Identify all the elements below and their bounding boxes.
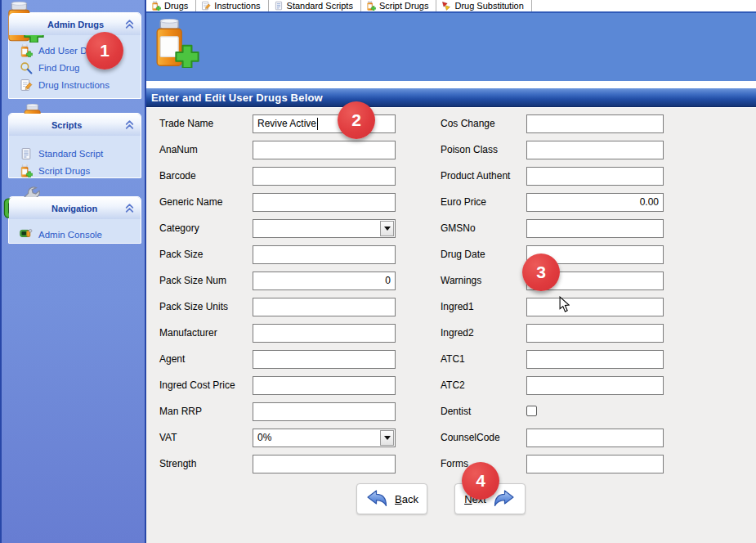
manufacturer-input[interactable] xyxy=(253,324,396,343)
field-label-pack-size-num: Pack Size Num xyxy=(159,275,226,286)
counselcode-input[interactable] xyxy=(526,429,664,447)
ingred-cost-price-input[interactable] xyxy=(253,376,396,395)
field-label-vat: VAT xyxy=(159,432,177,443)
tab-script-drugs[interactable]: Script Drugs xyxy=(361,0,437,11)
field-label-dentist: Dentist xyxy=(441,406,471,417)
agent-input[interactable] xyxy=(253,350,396,369)
man-rrp-input[interactable] xyxy=(253,402,396,421)
field-label-barcode: Barcode xyxy=(159,170,196,182)
barcode-input[interactable] xyxy=(253,167,396,186)
tab-label: Standard Scripts xyxy=(287,1,353,11)
sidebar-item-drug-instructions[interactable]: Drug Instructions xyxy=(9,76,141,93)
category-select[interactable] xyxy=(253,219,396,238)
field-label-ingred-cost-price: Ingred Cost Price xyxy=(159,379,235,391)
main-area: DrugsInstructionsStandard ScriptsScript … xyxy=(146,0,756,543)
pill-bottle-add-icon xyxy=(20,164,33,177)
sidebar-panel-scripts: ScriptsStandard ScriptScript Drugs xyxy=(8,113,141,178)
field-value: 0.00 xyxy=(640,194,659,211)
form-title-bar: Enter and Edit User Drugs Below xyxy=(146,88,756,107)
tab-drug-substitution[interactable]: Drug Substitution xyxy=(436,0,531,11)
field-label-ingred1: Ingred1 xyxy=(441,301,474,312)
back-button[interactable]: Back xyxy=(356,483,427,514)
sidebar-panel-title: Admin Drugs xyxy=(47,20,104,29)
form-region: Trade NameRevive ActiveAnaNumBarcodeGene… xyxy=(146,108,756,543)
arrow-back-icon xyxy=(365,490,388,508)
field-label-pack-size-units: Pack Size Units xyxy=(159,301,228,312)
doc-pencil-icon xyxy=(20,79,33,92)
field-label-atc2: ATC2 xyxy=(441,379,465,391)
field-label-poison-class: Poison Class xyxy=(441,144,498,155)
atc1-input[interactable] xyxy=(526,350,664,369)
product-authent-input[interactable] xyxy=(526,167,664,186)
annotation-badge-1: 1 xyxy=(86,32,123,70)
tab-drugs[interactable]: Drugs xyxy=(146,0,196,11)
vat-select[interactable]: 0% xyxy=(253,429,396,447)
tab-instructions[interactable]: Instructions xyxy=(196,0,268,11)
field-value: Revive Active xyxy=(257,115,316,132)
sidebar-panel-title: Navigation xyxy=(51,204,97,213)
gmsno-input[interactable] xyxy=(526,219,664,238)
cos-change-input[interactable] xyxy=(526,114,664,133)
sidebar-item-script-drugs[interactable]: Script Drugs xyxy=(9,162,141,179)
ananum-input[interactable] xyxy=(253,141,396,159)
sidebar-item-label: Admin Console xyxy=(38,230,102,240)
poison-class-input[interactable] xyxy=(526,141,664,159)
tab-label: Instructions xyxy=(214,1,260,11)
generic-name-input[interactable] xyxy=(253,193,396,212)
sidebar-item-label: Find Drug xyxy=(38,63,80,73)
field-label-man-rrp: Man RRP xyxy=(159,406,202,417)
arrow-next-icon xyxy=(493,490,516,508)
field-label-agent: Agent xyxy=(159,353,185,365)
sidebar-panel-header[interactable]: Scripts xyxy=(9,114,141,136)
field-label-drug-date: Drug Date xyxy=(441,249,485,260)
field-label-pack-size: Pack Size xyxy=(159,249,203,260)
tab-standard-scripts[interactable]: Standard Scripts xyxy=(269,0,361,11)
sidebar-item-admin-console[interactable]: Admin Console xyxy=(9,226,141,243)
substitution-arrows-icon xyxy=(441,1,451,11)
field-label-generic-name: Generic Name xyxy=(159,196,222,208)
dentist-checkbox[interactable] xyxy=(526,406,537,416)
sidebar: Admin DrugsAdd User DrugFind DrugDrug In… xyxy=(0,0,146,543)
pack-size-units-input[interactable] xyxy=(253,298,396,316)
ingred2-input[interactable] xyxy=(526,324,664,343)
strength-input[interactable] xyxy=(253,455,396,473)
field-label-cos-change: Cos Change xyxy=(441,118,495,129)
page-title: Enter and Edit User Drugs Below xyxy=(151,92,323,104)
euro-price-input[interactable]: 0.00 xyxy=(526,193,664,212)
sidebar-item-label: Drug Instructions xyxy=(38,80,110,90)
tab-label: Drug Substitution xyxy=(454,1,523,11)
field-label-ananum: AnaNum xyxy=(159,144,198,155)
field-label-manufacturer: Manufacturer xyxy=(159,327,217,339)
sidebar-panel-navigation: NavigationAdmin Console xyxy=(8,196,141,244)
field-label-strength: Strength xyxy=(159,458,196,469)
field-label-product-authent: Product Authent xyxy=(441,170,510,182)
chevron-double-up-icon[interactable] xyxy=(124,119,135,130)
sidebar-panel-title: Scripts xyxy=(51,120,82,130)
tab-label: Script Drugs xyxy=(379,1,429,11)
forms-input[interactable] xyxy=(526,455,664,473)
pill-bottle-add-icon xyxy=(150,19,199,78)
atc2-input[interactable] xyxy=(526,376,664,395)
field-label-ingred2: Ingred2 xyxy=(441,327,474,339)
sidebar-item-standard-script[interactable]: Standard Script xyxy=(9,145,141,162)
sidebar-item-label: Standard Script xyxy=(38,149,103,159)
chevron-down-icon[interactable] xyxy=(380,221,394,236)
field-label-gmsno: GMSNo xyxy=(441,222,476,234)
sidebar-panel-header[interactable]: Admin Drugs xyxy=(9,13,141,35)
tab-label: Drugs xyxy=(164,1,188,11)
pack-size-num-input[interactable]: 0 xyxy=(253,272,396,290)
field-value: 0 xyxy=(385,272,391,289)
sidebar-item-find-drug[interactable]: Find Drug xyxy=(9,59,141,76)
annotation-badge-2: 2 xyxy=(338,101,375,139)
chevron-double-up-icon[interactable] xyxy=(124,19,135,29)
chevron-double-up-icon[interactable] xyxy=(124,203,135,213)
ingred1-input[interactable] xyxy=(526,298,664,316)
sidebar-panel-header[interactable]: Navigation xyxy=(9,197,141,219)
magnifier-icon xyxy=(20,61,33,74)
app-window: Admin DrugsAdd User DrugFind DrugDrug In… xyxy=(0,0,756,543)
button-label: Back xyxy=(395,493,418,505)
mouse-cursor-icon xyxy=(559,296,570,312)
pack-size-input[interactable] xyxy=(253,245,396,264)
banner xyxy=(146,11,756,81)
chevron-down-icon[interactable] xyxy=(380,430,394,446)
